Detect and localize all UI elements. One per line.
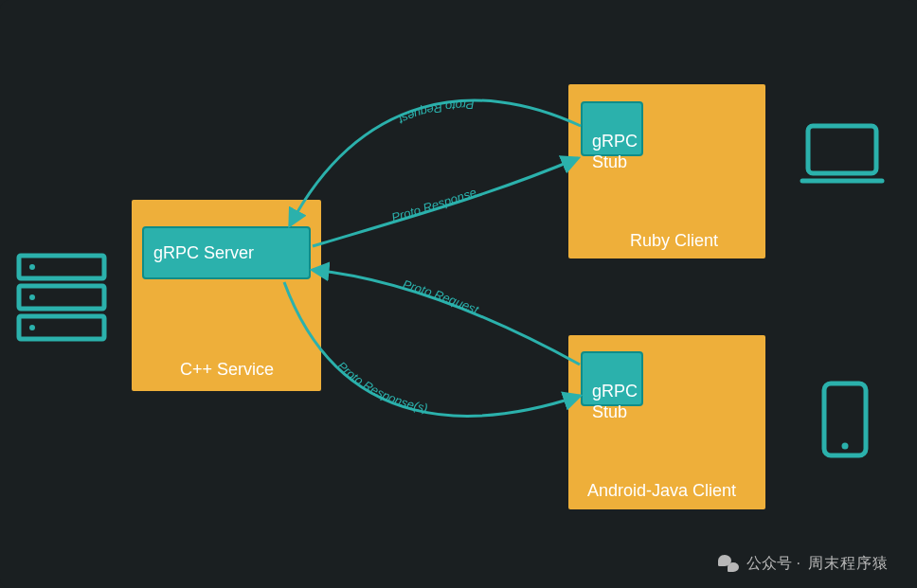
grpc-stub-ruby: gRPC Stub: [581, 101, 643, 156]
grpc-server-box: gRPC Server: [142, 226, 311, 279]
wechat-icon: [718, 553, 739, 574]
svg-rect-6: [808, 126, 876, 173]
svg-rect-1: [19, 286, 104, 309]
svg-point-3: [29, 264, 35, 270]
flow-label-0: Proto Request: [395, 98, 474, 128]
svg-rect-2: [19, 316, 104, 339]
client-caption-ruby: Ruby Client: [630, 231, 718, 251]
server-service-caption: C++ Service: [180, 360, 274, 380]
grpc-server-label: gRPC Server: [153, 242, 254, 264]
flow-label-2: Proto Request: [402, 276, 482, 317]
flow-label-1: Proto Response: [390, 185, 478, 224]
client-caption-android: Android-Java Client: [587, 481, 736, 501]
svg-rect-7: [824, 383, 866, 455]
svg-point-4: [29, 294, 35, 300]
watermark-name: 周末程序猿: [808, 554, 889, 574]
watermark: 公众号 · 周末程序猿: [718, 553, 889, 574]
svg-point-8: [842, 443, 849, 450]
grpc-stub-android: gRPC Stub: [581, 351, 643, 406]
flow-label-3: Proto Response(s): [334, 359, 429, 416]
svg-point-5: [29, 325, 35, 330]
svg-rect-0: [19, 256, 104, 278]
watermark-prefix: 公众号 ·: [746, 554, 800, 574]
